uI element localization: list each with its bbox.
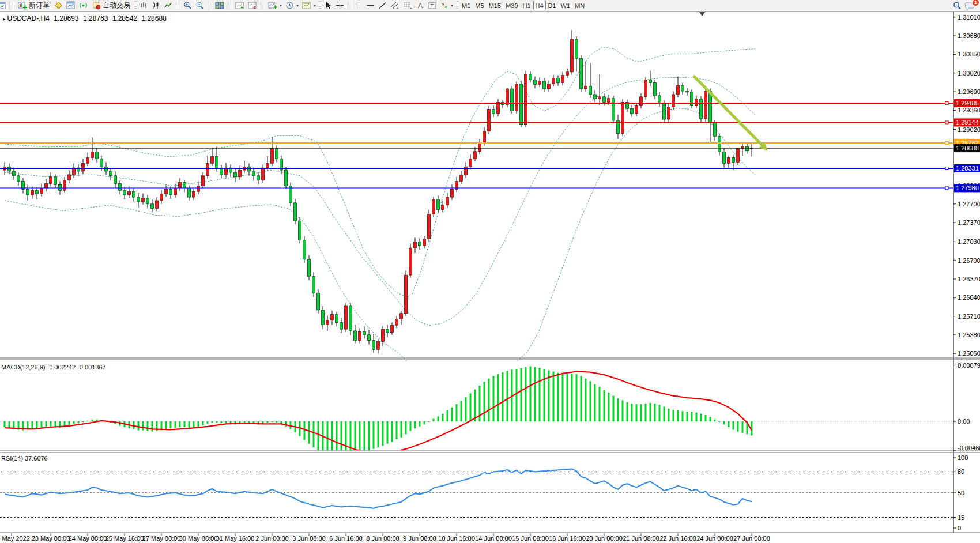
time-axis-label: 2 Jun 00:00 <box>255 535 289 542</box>
tile-windows-button[interactable] <box>213 1 226 10</box>
candle <box>644 77 647 100</box>
auto-trading-button[interactable]: 自动交易 <box>89 1 133 10</box>
chart-shift-button[interactable] <box>246 1 259 10</box>
cursor-button[interactable] <box>322 1 334 10</box>
trendline-icon <box>378 1 387 10</box>
price-tick-label: 1.29360 <box>958 107 980 114</box>
line-chart-icon <box>164 1 172 10</box>
app-icon[interactable] <box>0 1 7 10</box>
time-axis-label: 24 Jun 00:00 <box>696 535 733 542</box>
macd-axis-label: 0.008791 <box>958 362 980 369</box>
chevron-down-icon: ▾ <box>451 3 453 8</box>
rsi-label: RSI(14) 37.6076 <box>1 455 48 462</box>
timeframe-button-M30[interactable]: M30 <box>503 1 520 10</box>
chart-area[interactable]: 1.310101.306801.303501.300201.296901.293… <box>0 0 980 543</box>
time-axis-label: 20 Jun 00:00 <box>586 535 623 542</box>
arrows-button[interactable]: ▾ <box>438 1 455 10</box>
bar-chart-button[interactable] <box>138 1 150 10</box>
time-axis-label: 10 Jun 16:00 <box>438 535 475 542</box>
zoom-in-icon <box>183 1 192 10</box>
timeframe-button-M1[interactable]: M1 <box>459 1 473 10</box>
chevron-down-icon: ▾ <box>314 3 316 8</box>
notification-badge: 1 <box>972 0 979 6</box>
line-chart-button[interactable] <box>162 1 174 10</box>
timeframe-button-D1[interactable]: D1 <box>546 1 559 10</box>
toolbar-separator <box>261 1 265 10</box>
auto-trading-icon <box>92 1 101 10</box>
candlestick-icon <box>152 1 160 10</box>
chat-button[interactable]: 1 <box>963 1 977 10</box>
time-axis-label: 27 May 00:00 <box>142 535 181 542</box>
templates-button[interactable]: ▾ <box>300 1 318 10</box>
text-label-button[interactable]: T <box>426 1 438 10</box>
timeframe-button-M5[interactable]: M5 <box>473 1 486 10</box>
chart-autoscroll-button[interactable] <box>233 1 246 10</box>
vertical-line-button[interactable] <box>353 1 364 10</box>
price-tick-label: 1.26370 <box>958 276 980 282</box>
ohlc-close: 1.28688 <box>141 14 166 22</box>
time-axis-label: 3 Jun 08:00 <box>292 535 326 542</box>
price-tag-1.29485: 1.29485 <box>954 99 980 107</box>
timeframe-button-MN[interactable]: MN <box>572 1 587 10</box>
crosshair-icon <box>336 1 344 10</box>
svg-text:1.28331: 1.28331 <box>956 165 979 172</box>
tile-windows-icon <box>215 1 224 10</box>
timeframe-button-H1[interactable]: H1 <box>520 1 533 10</box>
text-icon: A <box>417 1 424 10</box>
chart-window-icon <box>0 1 6 10</box>
svg-text:1.28688: 1.28688 <box>956 145 979 152</box>
line-handle[interactable] <box>945 141 948 144</box>
timeframe-button-M15[interactable]: M15 <box>487 1 503 10</box>
new-order-button[interactable]: 新订单 <box>15 1 52 10</box>
timeframe-button-H4[interactable]: H4 <box>533 1 546 10</box>
price-tick-label: 1.26700 <box>958 257 980 264</box>
candle <box>704 88 707 122</box>
time-axis-label: 15 Jun 08:00 <box>512 535 549 542</box>
quotes-button[interactable] <box>52 1 65 10</box>
timeframe-button-W1[interactable]: W1 <box>559 1 573 10</box>
candle <box>520 81 523 127</box>
signal-button[interactable] <box>77 1 89 10</box>
line-handle[interactable] <box>945 121 948 124</box>
crosshair-button[interactable] <box>334 1 346 10</box>
time-axis-label: 6 Jun 16:00 <box>329 535 363 542</box>
equidistant-channel-button[interactable]: E <box>389 1 402 10</box>
ohlc-open: 1.28693 <box>54 14 78 22</box>
ohlc-high: 1.28763 <box>83 14 108 22</box>
auto-trading-label: 自动交易 <box>103 1 130 10</box>
time-axis-label: 19 May 2022 <box>0 535 30 542</box>
toolbar-separator <box>348 1 352 10</box>
svg-text:F: F <box>410 6 412 10</box>
search-button[interactable] <box>951 1 963 10</box>
text-button[interactable]: A <box>415 1 426 10</box>
candle <box>285 167 288 189</box>
candle <box>718 133 721 155</box>
fibonacci-button[interactable]: F <box>402 1 415 10</box>
rsi-axis-label: 15 <box>958 514 964 521</box>
trendline-button[interactable] <box>376 1 389 10</box>
toolbar-grip <box>134 1 137 10</box>
horizontal-line-button[interactable] <box>364 1 376 10</box>
market-watch-button[interactable] <box>65 1 77 10</box>
line-handle[interactable] <box>945 187 948 190</box>
candle <box>432 197 435 217</box>
zoom-in-button[interactable] <box>182 1 194 10</box>
periods-button[interactable]: ▾ <box>284 1 300 10</box>
channel-icon: E <box>390 1 400 10</box>
toolbar-grip <box>456 1 458 10</box>
line-handle[interactable] <box>945 102 948 105</box>
candlestick-chart-button[interactable] <box>150 1 162 10</box>
indicators-button[interactable]: ▾ <box>266 1 284 10</box>
time-axis-label: 22 Jun 16:00 <box>659 535 696 542</box>
candle <box>506 88 509 107</box>
rsi-axis-label: 0 <box>958 525 961 531</box>
toolbar-grip <box>319 1 321 10</box>
horizontal-line-icon <box>366 1 375 10</box>
time-axis-label: 8 Jun 00:00 <box>366 535 399 542</box>
add-indicator-icon <box>268 1 277 10</box>
time-axis-label: 31 May 16:00 <box>216 535 255 542</box>
vertical-line-icon <box>355 1 363 10</box>
zoom-out-button[interactable] <box>194 1 206 10</box>
line-handle[interactable] <box>945 167 948 170</box>
candle <box>691 89 693 108</box>
